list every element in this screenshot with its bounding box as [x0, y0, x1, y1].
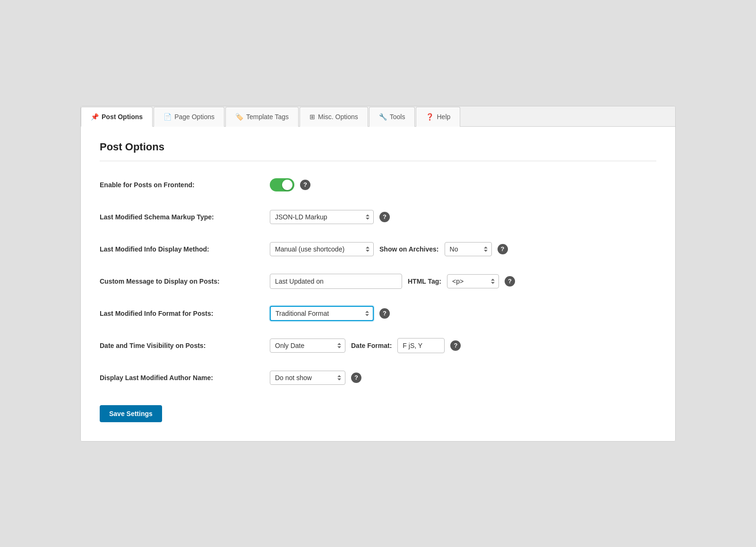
save-button[interactable]: Save Settings — [100, 405, 162, 422]
tab-tools-label: Tools — [390, 113, 405, 121]
tab-help[interactable]: ❓ Help — [416, 107, 460, 127]
author-select[interactable]: Do not show Show Show with link — [270, 371, 345, 385]
custom-message-input[interactable] — [270, 274, 402, 289]
format-select[interactable]: Traditional Format Relative Format Custo… — [270, 306, 374, 321]
format-label: Last Modified Info Format for Posts: — [100, 310, 270, 317]
show-archives-select[interactable]: No Yes — [445, 242, 492, 256]
enable-frontend-controls: ? — [270, 178, 310, 191]
html-tag-select[interactable]: <p> <div> <span> <h1> <h2> <h3> — [447, 274, 499, 288]
date-format-input[interactable] — [397, 338, 445, 353]
question-icon: ❓ — [426, 113, 434, 121]
page-title: Post Options — [100, 141, 656, 153]
custom-message-label: Custom Message to Display on Posts: — [100, 278, 270, 285]
tab-post-options-label: Post Options — [102, 113, 143, 121]
tab-template-tags[interactable]: 🏷️ Template Tags — [225, 107, 299, 127]
row-date-visibility: Date and Time Visibility on Posts: Only … — [100, 336, 656, 355]
row-enable-frontend: Enable for Posts on Frontend: ? — [100, 175, 656, 194]
row-author: Display Last Modified Author Name: Do no… — [100, 368, 656, 387]
wrench-icon: 🔧 — [379, 113, 387, 121]
custom-message-controls: HTML Tag: <p> <div> <span> <h1> <h2> <h3… — [270, 274, 515, 289]
date-visibility-label: Date and Time Visibility on Posts: — [100, 342, 270, 349]
row-custom-message: Custom Message to Display on Posts: HTML… — [100, 272, 656, 291]
schema-markup-select[interactable]: JSON-LD Markup Microdata Disabled — [270, 210, 374, 224]
tab-page-options[interactable]: 📄 Page Options — [154, 107, 224, 127]
tabs-bar: 📌 Post Options 📄 Page Options 🏷️ Templat… — [81, 106, 675, 127]
date-visibility-help-icon[interactable]: ? — [450, 340, 461, 351]
row-format: Last Modified Info Format for Posts: Tra… — [100, 304, 656, 323]
enable-frontend-label: Enable for Posts on Frontend: — [100, 181, 270, 189]
pin-icon: 📌 — [91, 113, 99, 121]
toggle-knob — [282, 180, 292, 190]
tab-help-label: Help — [437, 113, 450, 121]
author-controls: Do not show Show Show with link ? — [270, 371, 361, 385]
display-method-label: Last Modified Info Display Method: — [100, 245, 270, 253]
main-container: 📌 Post Options 📄 Page Options 🏷️ Templat… — [80, 106, 676, 442]
display-method-select[interactable]: Manual (use shortcode) Automatic Disable… — [270, 242, 374, 256]
schema-markup-label: Last Modified Schema Markup Type: — [100, 213, 270, 221]
tab-page-options-label: Page Options — [174, 113, 215, 121]
row-schema-markup: Last Modified Schema Markup Type: JSON-L… — [100, 208, 656, 226]
date-format-label: Date Format: — [351, 342, 392, 349]
author-help-icon[interactable]: ? — [351, 373, 361, 383]
enable-frontend-help-icon[interactable]: ? — [300, 180, 310, 190]
tab-post-options[interactable]: 📌 Post Options — [81, 107, 153, 127]
tag-icon: 🏷️ — [235, 113, 243, 121]
format-controls: Traditional Format Relative Format Custo… — [270, 306, 390, 321]
author-label: Display Last Modified Author Name: — [100, 374, 270, 382]
display-method-controls: Manual (use shortcode) Automatic Disable… — [270, 242, 508, 256]
tab-tools[interactable]: 🔧 Tools — [369, 107, 415, 127]
grid-icon: ⊞ — [309, 113, 315, 121]
date-visibility-controls: Only Date Only Time Date and Time Hidden… — [270, 338, 461, 353]
html-tag-label: HTML Tag: — [408, 278, 441, 285]
page-icon: 📄 — [163, 113, 172, 121]
row-display-method: Last Modified Info Display Method: Manua… — [100, 240, 656, 259]
show-archives-label: Show on Archives: — [379, 245, 439, 253]
date-visibility-select[interactable]: Only Date Only Time Date and Time Hidden — [270, 339, 345, 353]
enable-frontend-toggle[interactable] — [270, 178, 294, 191]
schema-markup-controls: JSON-LD Markup Microdata Disabled ? — [270, 210, 390, 224]
content-area: Post Options Enable for Posts on Fronten… — [81, 127, 675, 441]
schema-markup-help-icon[interactable]: ? — [379, 212, 390, 222]
custom-message-help-icon[interactable]: ? — [505, 276, 515, 287]
tab-template-tags-label: Template Tags — [246, 113, 289, 121]
divider — [100, 161, 656, 161]
tab-misc-options-label: Misc. Options — [318, 113, 358, 121]
tab-misc-options[interactable]: ⊞ Misc. Options — [300, 107, 368, 127]
display-method-help-icon[interactable]: ? — [498, 244, 508, 254]
format-help-icon[interactable]: ? — [379, 308, 390, 319]
